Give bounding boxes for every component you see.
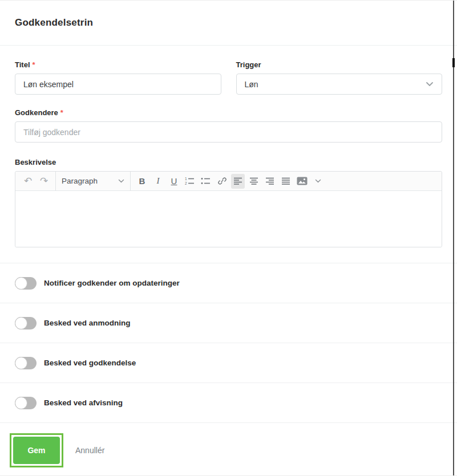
scrollbar-thumb[interactable]	[452, 58, 455, 67]
paragraph-style-value: Paragraph	[62, 177, 98, 185]
message-on-approval-toggle[interactable]	[15, 357, 37, 369]
cancel-link[interactable]: Annullér	[75, 446, 104, 455]
required-asterisk: *	[60, 108, 63, 117]
toggle-knob	[15, 397, 27, 409]
toggle-label: Notificer godkender om opdateringer	[44, 279, 180, 287]
toggle-row-notify-approver-updates: Notificer godkender om opdateringer	[0, 263, 457, 303]
link-icon[interactable]	[215, 174, 229, 189]
toggle-label: Besked ved anmodning	[44, 319, 131, 327]
description-label: Beskrivelse	[15, 158, 442, 167]
trigger-selected-value: Løn	[245, 80, 258, 89]
toggle-row-message-on-approval: Besked ved godkendelse	[0, 343, 457, 383]
align-center-icon[interactable]	[247, 174, 261, 189]
description-field-group: Beskrivelse ↶ ↷ Paragraph B I U	[15, 158, 442, 247]
bold-icon[interactable]: B	[135, 174, 149, 189]
paragraph-style-dropdown[interactable]: Paragraph	[59, 174, 127, 189]
title-label: Titel*	[15, 60, 221, 70]
form-header: Godkendelsetrin	[0, 1, 457, 46]
bullet-list-icon[interactable]	[199, 174, 213, 189]
notify-approver-updates-toggle[interactable]	[15, 277, 37, 290]
message-on-request-toggle[interactable]	[15, 317, 37, 329]
align-left-icon[interactable]	[231, 174, 245, 189]
title-input[interactable]	[15, 74, 221, 95]
toggle-row-message-on-rejection: Besked ved afvisning	[0, 383, 457, 422]
approvers-field-group: Godkendere*	[15, 108, 442, 143]
chevron-down-icon	[118, 179, 124, 183]
rich-text-editor: ↶ ↷ Paragraph B I U 1	[15, 171, 442, 247]
justify-icon[interactable]	[279, 174, 293, 189]
description-editor-content[interactable]	[15, 191, 442, 247]
numbered-list-icon[interactable]: 1 2	[183, 174, 197, 189]
more-options-chevron-icon[interactable]	[311, 174, 325, 189]
form-body: Titel* Trigger Løn Godkendere* Be	[0, 46, 457, 247]
save-button-highlight-annotation: Gem	[10, 433, 63, 467]
title-field-group: Titel*	[15, 60, 221, 95]
toolbar-divider	[55, 172, 56, 191]
toggle-knob	[15, 357, 27, 369]
scrollbar-track[interactable]	[453, 1, 454, 475]
required-asterisk: *	[33, 60, 35, 69]
title-trigger-row: Titel* Trigger Løn	[15, 60, 442, 95]
toggle-knob	[15, 317, 27, 329]
toggle-row-message-on-request: Besked ved anmodning	[0, 303, 457, 343]
svg-text:2: 2	[185, 181, 187, 185]
notification-toggles: Notificer godkender om opdateringer Besk…	[0, 263, 457, 422]
trigger-label: Trigger	[236, 60, 443, 70]
toggle-knob	[15, 277, 27, 290]
redo-icon[interactable]: ↷	[37, 174, 51, 189]
page-title: Godkendelsetrin	[15, 17, 93, 29]
trigger-select[interactable]: Løn	[236, 74, 443, 95]
chevron-down-icon	[426, 82, 434, 87]
form-footer: Gem Annullér	[0, 422, 457, 476]
svg-text:1: 1	[185, 177, 187, 181]
toggle-label: Besked ved afvisning	[44, 398, 123, 407]
approval-step-form: Godkendelsetrin Titel* Trigger Løn	[0, 0, 457, 476]
underline-icon[interactable]: U	[167, 174, 181, 189]
italic-icon[interactable]: I	[151, 174, 165, 189]
toolbar-divider	[130, 172, 131, 191]
approvers-input[interactable]	[15, 121, 442, 143]
undo-icon[interactable]: ↶	[21, 174, 35, 189]
message-on-rejection-toggle[interactable]	[15, 397, 37, 409]
toggle-label: Besked ved godkendelse	[44, 359, 136, 367]
align-right-icon[interactable]	[263, 174, 277, 189]
save-button[interactable]: Gem	[13, 437, 60, 464]
trigger-field-group: Trigger Løn	[236, 60, 443, 95]
image-icon[interactable]	[295, 174, 309, 189]
approvers-label: Godkendere*	[15, 108, 442, 117]
editor-toolbar: ↶ ↷ Paragraph B I U 1	[15, 172, 442, 191]
